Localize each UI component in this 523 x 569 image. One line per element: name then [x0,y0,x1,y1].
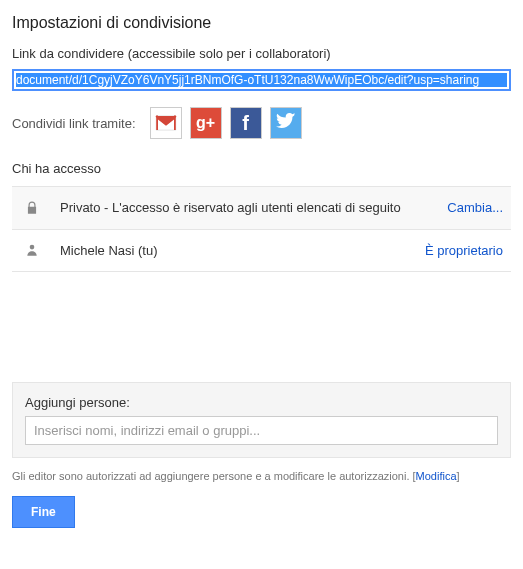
share-url-field[interactable]: document/d/1CgyjVZoY6VnY5jj1rBNmOfG-oTtU… [12,69,511,91]
footer-note: Gli editor sono autorizzati ad aggiunger… [12,470,511,482]
share-icons: g+ f [150,107,302,139]
svg-point-0 [30,245,35,250]
add-people-label: Aggiungi persone: [25,395,498,410]
share-url-text: document/d/1CgyjVZoY6VnY5jj1rBNmOfG-oTtU… [16,73,507,87]
lock-icon [20,201,44,215]
dialog-title: Impostazioni di condivisione [12,14,511,32]
twitter-icon[interactable] [270,107,302,139]
share-via-label: Condividi link tramite: [12,116,136,131]
add-people-section: Aggiungi persone: [12,382,511,458]
access-owner-name: Michele Nasi (tu) [60,242,425,260]
person-icon [20,243,44,257]
access-list: Privato - L'accesso è riservato agli ute… [12,186,511,272]
google-plus-icon[interactable]: g+ [190,107,222,139]
footer-note-suffix: ] [457,470,460,482]
modify-link[interactable]: Modifica [416,470,457,482]
access-owner-status: È proprietario [425,243,503,258]
access-row-privacy: Privato - L'accesso è riservato agli ute… [12,187,511,230]
link-label: Link da condividere (accessibile solo pe… [12,46,511,61]
facebook-icon[interactable]: f [230,107,262,139]
change-link[interactable]: Cambia... [447,200,503,215]
access-row-owner: Michele Nasi (tu) È proprietario [12,230,511,273]
done-button[interactable]: Fine [12,496,75,528]
access-header: Chi ha accesso [12,161,511,176]
add-people-input[interactable] [25,416,498,445]
footer-note-text: Gli editor sono autorizzati ad aggiunger… [12,470,416,482]
share-via-row: Condividi link tramite: g+ f [12,107,511,139]
access-privacy-text: Privato - L'accesso è riservato agli ute… [60,199,447,217]
gmail-icon[interactable] [150,107,182,139]
